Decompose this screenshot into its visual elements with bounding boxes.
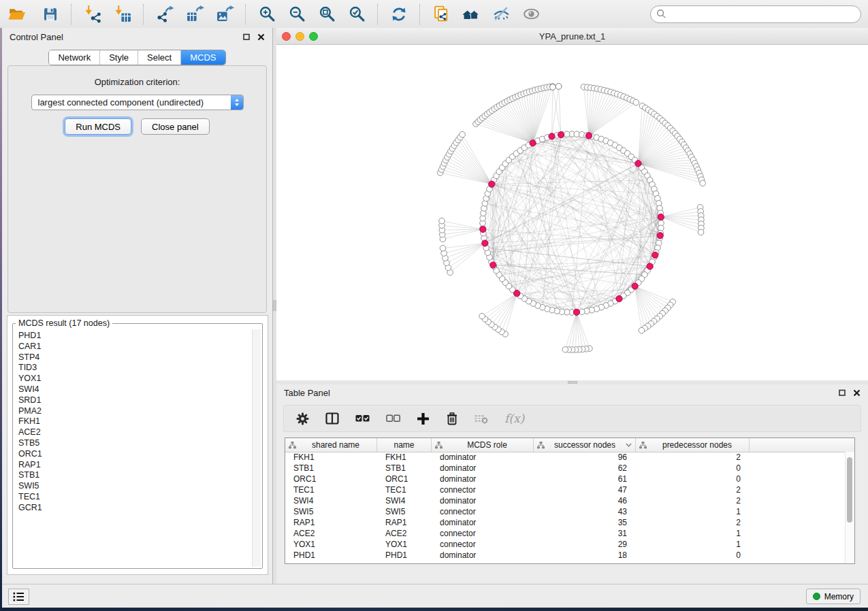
network-node[interactable]: [479, 313, 485, 319]
mcds-result-item[interactable]: GCR1: [18, 503, 252, 514]
cell-mcds_role[interactable]: dominator: [432, 496, 534, 506]
mcds-result-item[interactable]: ORC1: [18, 449, 252, 460]
mcds-node[interactable]: [632, 283, 638, 289]
tab-network[interactable]: Network: [49, 50, 99, 65]
cell-shared_name[interactable]: YOX1: [285, 540, 377, 549]
cell-predecessor_nodes[interactable]: 2: [636, 485, 750, 495]
cell-name[interactable]: ORC1: [377, 474, 432, 484]
mcds-node[interactable]: [490, 262, 496, 268]
export-table-button[interactable]: [184, 3, 206, 25]
mcds-result-item[interactable]: PHD1: [18, 331, 252, 342]
cell-shared_name[interactable]: PHD1: [285, 550, 377, 560]
tab-style[interactable]: Style: [99, 50, 138, 65]
result-list-scrollbar[interactable]: [252, 329, 261, 567]
network-node[interactable]: [556, 84, 562, 90]
zoom-selected-button[interactable]: [346, 3, 368, 25]
cell-shared_name[interactable]: SWI4: [285, 496, 377, 506]
mcds-result-item[interactable]: STB5: [18, 438, 252, 449]
mcds-result-item[interactable]: FKH1: [18, 416, 252, 427]
cell-mcds_role[interactable]: dominator: [432, 550, 534, 560]
cell-mcds_role[interactable]: connector: [432, 485, 534, 495]
delete-table-button[interactable]: [475, 413, 488, 424]
export-image-button[interactable]: [214, 3, 236, 25]
cell-successor_nodes[interactable]: 18: [534, 550, 636, 560]
tab-mcds[interactable]: MCDS: [180, 50, 225, 65]
mcds-result-item[interactable]: PMA2: [18, 406, 252, 417]
mcds-node[interactable]: [652, 252, 658, 258]
cell-name[interactable]: ACE2: [377, 529, 432, 538]
mcds-node[interactable]: [658, 214, 664, 220]
network-node[interactable]: [440, 246, 446, 252]
cell-predecessor_nodes[interactable]: 0: [636, 474, 750, 484]
cell-name[interactable]: SWI5: [377, 507, 432, 516]
cell-mcds_role[interactable]: dominator: [432, 518, 534, 527]
zoom-in-button[interactable]: [256, 3, 278, 25]
cell-shared_name[interactable]: FKH1: [285, 452, 377, 462]
cell-mcds_role[interactable]: dominator: [432, 463, 534, 473]
mcds-node[interactable]: [573, 309, 579, 315]
cell-shared_name[interactable]: ACE2: [285, 529, 377, 538]
cell-predecessor_nodes[interactable]: 2: [636, 496, 750, 506]
column-header-successor-nodes[interactable]: successor nodes: [534, 438, 636, 452]
cell-name[interactable]: TEC1: [377, 485, 432, 495]
cell-name[interactable]: RAP1: [377, 518, 432, 527]
cell-successor_nodes[interactable]: 29: [534, 540, 636, 549]
mcds-result-item[interactable]: SWI4: [18, 384, 252, 395]
save-session-button[interactable]: [39, 3, 61, 25]
import-network-button[interactable]: [82, 3, 103, 25]
table-row-PHD1[interactable]: PHD1PHD1dominator180: [285, 550, 846, 561]
add-column-button[interactable]: [417, 412, 430, 425]
mcds-result-item[interactable]: TEC1: [18, 492, 252, 503]
mcds-result-item[interactable]: ACE2: [18, 427, 252, 438]
network-window-titlebar[interactable]: YPA_prune.txt_1: [276, 28, 868, 45]
cell-successor_nodes[interactable]: 61: [534, 474, 636, 484]
memory-button[interactable]: Memory: [806, 589, 861, 604]
mcds-node[interactable]: [514, 291, 520, 297]
hide-selected-button[interactable]: [490, 3, 512, 25]
table-row-STB1[interactable]: STB1STB1dominator620: [285, 463, 846, 474]
mcds-node[interactable]: [482, 240, 488, 246]
mcds-node[interactable]: [530, 140, 536, 146]
mcds-result-item[interactable]: RAP1: [18, 460, 252, 471]
cell-shared_name[interactable]: SWI5: [285, 507, 377, 516]
cell-shared_name[interactable]: TEC1: [285, 485, 377, 495]
cell-predecessor_nodes[interactable]: 1: [636, 540, 750, 549]
network-node[interactable]: [700, 180, 706, 186]
search-input[interactable]: [671, 9, 855, 20]
home-button[interactable]: [460, 3, 482, 25]
mcds-node[interactable]: [647, 263, 653, 269]
cell-name[interactable]: STB1: [377, 463, 432, 473]
mcds-node[interactable]: [635, 161, 641, 167]
mcds-result-item[interactable]: SWI5: [18, 481, 252, 492]
float-table-panel-button[interactable]: [839, 389, 846, 397]
deselect-all-button[interactable]: [386, 414, 400, 423]
network-node[interactable]: [639, 327, 645, 333]
mcds-result-item[interactable]: CAR1: [18, 342, 252, 352]
network-node[interactable]: [564, 131, 570, 137]
network-node[interactable]: [698, 229, 704, 235]
network-node[interactable]: [550, 84, 556, 90]
cell-mcds_role[interactable]: dominator: [432, 452, 534, 462]
open-session-button[interactable]: [5, 3, 27, 25]
cell-name[interactable]: SWI4: [377, 496, 432, 506]
table-row-ORC1[interactable]: ORC1ORC1dominator610: [285, 474, 846, 484]
mcds-node[interactable]: [549, 133, 555, 139]
task-history-button[interactable]: [8, 589, 29, 605]
table-row-ACE2[interactable]: ACE2ACE2connector311: [285, 528, 846, 539]
mcds-node[interactable]: [657, 233, 663, 239]
optimization-criterion-select[interactable]: largest connected component (undirected): [31, 95, 244, 110]
table-row-FKH1[interactable]: FKH1FKH1dominator962: [285, 452, 846, 463]
cell-successor_nodes[interactable]: 62: [534, 463, 636, 473]
mcds-result-item[interactable]: TID3: [18, 363, 252, 374]
cell-name[interactable]: YOX1: [377, 540, 432, 549]
delete-columns-button[interactable]: [446, 412, 458, 425]
cell-successor_nodes[interactable]: 47: [534, 485, 636, 495]
cell-successor_nodes[interactable]: 96: [534, 452, 636, 462]
new-network-from-selection-button[interactable]: [430, 3, 452, 25]
float-panel-button[interactable]: [243, 33, 251, 41]
column-header-shared-name[interactable]: shared name: [285, 438, 377, 452]
zoom-fit-button[interactable]: [316, 3, 338, 25]
network-node[interactable]: [439, 218, 445, 224]
cell-predecessor_nodes[interactable]: 0: [636, 463, 750, 473]
mcds-node[interactable]: [558, 131, 564, 137]
